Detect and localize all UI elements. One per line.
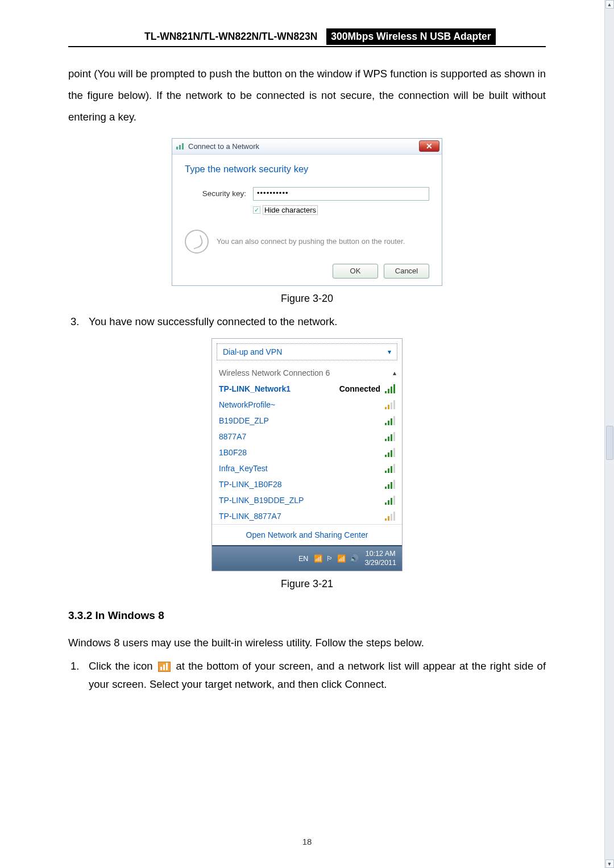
chevron-up-icon: ▴ [393, 369, 396, 377]
chevron-down-icon: ▾ [388, 348, 391, 356]
tray-signal-icon[interactable]: 📶 [314, 554, 323, 563]
signal-icon [385, 496, 396, 505]
section-3-3-2-heading: 3.3.2 In Windows 8 [68, 609, 546, 622]
tray-date: 3/29/2011 [364, 559, 396, 568]
hide-chars-label: Hide characters [263, 205, 318, 215]
page-number: 18 [0, 837, 614, 846]
wps-icon [185, 230, 209, 254]
wifi-name: B19DDE_ZLP [219, 416, 269, 425]
wifi-item[interactable]: Infra_KeyTest [219, 460, 396, 476]
win8-step1-text: Click the icon at the bottom of your scr… [89, 657, 546, 693]
tray-volume-icon[interactable]: 🔊 [350, 554, 359, 563]
cancel-button[interactable]: Cancel [384, 264, 429, 279]
wifi-item[interactable]: 8877A7 [219, 429, 396, 445]
wps-tip-text: You can also connect by pushing the butt… [217, 236, 405, 247]
wifi-item[interactable]: NetworkProfile~ [219, 397, 396, 413]
signal-icon [385, 448, 396, 457]
win8-intro: Windows 8 users may use the built-in wir… [68, 632, 546, 654]
wifi-item[interactable]: TP-LINK_1B0F28 [219, 476, 396, 492]
signal-icon [385, 400, 396, 409]
signal-icon [385, 464, 396, 473]
tray-clock[interactable]: 10:12 AM 3/29/2011 [364, 550, 396, 567]
wifi-item[interactable]: B19DDE_ZLP [219, 413, 396, 429]
wifi-name: Infra_KeyTest [219, 464, 268, 473]
open-sharing-center-link[interactable]: Open Network and Sharing Center [212, 524, 402, 545]
signal-icon [385, 384, 396, 393]
hide-chars-checkbox[interactable]: ✓ [253, 206, 260, 214]
dialup-vpn-section[interactable]: Dial-up and VPN ▾ [217, 343, 397, 360]
dialog-instruction: Type the network security key [185, 164, 429, 175]
connect-network-dialog: Connect to a Network ✕ Type the network … [172, 138, 442, 286]
signal-icon [385, 432, 396, 441]
wifi-name: TP-LINK_1B0F28 [219, 480, 282, 489]
wifi-item[interactable]: TP-LINK_Network1Connected [219, 381, 396, 397]
figure-3-21-caption: Figure 3-21 [281, 578, 333, 590]
scroll-up-button[interactable]: ▲ [605, 0, 614, 9]
wifi-name: TP-LINK_Network1 [219, 384, 291, 393]
network-icon [176, 142, 185, 150]
tray-network-inline-icon [158, 662, 171, 672]
security-key-input[interactable]: •••••••••• [253, 187, 429, 201]
svg-rect-0 [176, 147, 178, 149]
wifi-name: 8877A7 [219, 432, 246, 441]
signal-icon [385, 480, 396, 489]
close-icon: ✕ [426, 142, 433, 151]
wifi-name: TP-LINK_8877A7 [219, 512, 281, 521]
signal-icon [385, 416, 396, 425]
ok-button[interactable]: OK [333, 264, 378, 279]
security-key-label: Security key: [185, 189, 246, 198]
dialog-title: Connect to a Network [188, 142, 259, 151]
tray-flag-icon[interactable]: 🏳 [326, 555, 334, 563]
language-indicator[interactable]: EN [298, 555, 308, 563]
dialog-titlebar: Connect to a Network ✕ [172, 139, 442, 155]
wireless-section-header[interactable]: Wireless Network Connection 6 ▴ [219, 365, 396, 381]
wifi-name: 1B0F28 [219, 448, 247, 457]
network-list-popup: Dial-up and VPN ▾ Wireless Network Conne… [211, 338, 403, 571]
wifi-item[interactable]: TP-LINK_8877A7 [219, 508, 396, 524]
win8-step1-number: 1. [68, 657, 89, 675]
wifi-item[interactable]: TP-LINK_B19DDE_ZLP [219, 492, 396, 508]
step-3-number: 3. [68, 313, 89, 330]
svg-rect-1 [179, 145, 181, 149]
doc-header: TL-WN821N/TL-WN822N/TL-WN823N 300Mbps Wi… [68, 28, 546, 47]
dialup-vpn-label: Dial-up and VPN [223, 347, 282, 356]
wifi-item[interactable]: 1B0F28 [219, 445, 396, 460]
wireless-section-label: Wireless Network Connection 6 [219, 368, 330, 377]
step-3-text: You have now successfully connected to t… [89, 313, 546, 330]
header-model: TL-WN821N/TL-WN822N/TL-WN823N [142, 28, 322, 45]
figure-3-20-caption: Figure 3-20 [281, 293, 333, 305]
wifi-name: NetworkProfile~ [219, 400, 275, 409]
wifi-status: Connected [339, 384, 380, 393]
scroll-thumb[interactable] [606, 426, 613, 460]
intro-paragraph: point (You will be prompted to push the … [68, 63, 546, 128]
scrollbar[interactable]: ▲ ▼ [604, 0, 614, 868]
tray-time: 10:12 AM [364, 550, 396, 559]
header-product: 300Mbps Wireless N USB Adapter [326, 28, 495, 45]
signal-icon [385, 512, 396, 521]
system-tray: EN 📶 🏳 📶 🔊 10:12 AM 3/29/2011 [212, 545, 402, 571]
close-button[interactable]: ✕ [419, 140, 439, 152]
wifi-name: TP-LINK_B19DDE_ZLP [219, 496, 304, 505]
tray-network-icon[interactable]: 📶 [337, 554, 346, 563]
scroll-down-button[interactable]: ▼ [605, 859, 614, 868]
svg-rect-2 [182, 143, 184, 149]
